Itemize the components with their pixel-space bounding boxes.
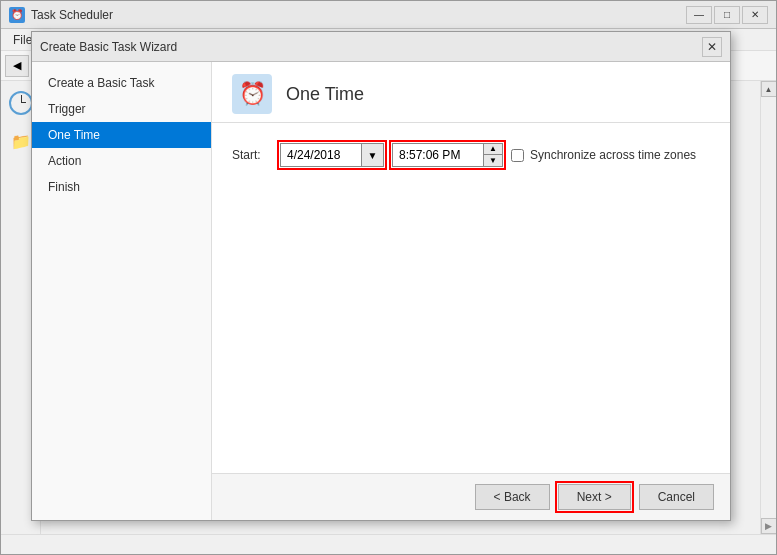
nav-item-finish[interactable]: Finish	[32, 174, 211, 200]
create-task-dialog: Create Basic Task Wizard ✕ Create a Basi…	[31, 31, 731, 521]
dialog-main: ⏰ One Time Start: ▼	[212, 62, 730, 520]
start-form-row: Start: ▼ ▲ ▼	[232, 143, 710, 167]
minimize-button[interactable]: —	[686, 6, 712, 24]
sync-label-text: Synchronize across time zones	[530, 148, 696, 162]
nav-item-action[interactable]: Action	[32, 148, 211, 174]
dialog-footer: < Back Next > Cancel	[212, 473, 730, 520]
outer-window-title: Task Scheduler	[31, 8, 686, 22]
app-icon: ⏰	[9, 7, 25, 23]
time-down-button[interactable]: ▼	[484, 155, 502, 166]
maximize-button[interactable]: □	[714, 6, 740, 24]
nav-item-one-time[interactable]: One Time	[32, 122, 211, 148]
sync-checkbox[interactable]	[511, 149, 524, 162]
time-up-button[interactable]: ▲	[484, 144, 502, 155]
date-picker-button[interactable]: ▼	[361, 144, 383, 166]
back-button[interactable]: < Back	[475, 484, 550, 510]
time-input[interactable]	[393, 146, 483, 164]
dialog-content: Start: ▼ ▲ ▼	[212, 123, 730, 473]
folder-icon: 📁	[11, 132, 31, 151]
dialog-header: ⏰ One Time	[212, 62, 730, 123]
dialog-header-title: One Time	[286, 84, 364, 105]
outer-title-bar: ⏰ Task Scheduler — □ ✕	[1, 1, 776, 29]
cancel-button[interactable]: Cancel	[639, 484, 714, 510]
date-input[interactable]	[281, 146, 361, 164]
outer-window: ⏰ Task Scheduler — □ ✕ File ◀ ▶ 📁 ▶	[0, 0, 777, 555]
bottom-bar	[1, 534, 776, 554]
sync-checkbox-label[interactable]: Synchronize across time zones	[511, 148, 696, 162]
time-spinner: ▲ ▼	[483, 144, 502, 166]
nav-item-trigger[interactable]: Trigger	[32, 96, 211, 122]
next-button[interactable]: Next >	[558, 484, 631, 510]
start-label: Start:	[232, 148, 272, 162]
scroll-down-arrow[interactable]: ▶	[761, 518, 777, 534]
dialog-nav: Create a Basic Task Trigger One Time Act…	[32, 62, 212, 520]
date-field-wrapper: ▼	[280, 143, 384, 167]
right-scrollbar: ▲ ▶	[760, 81, 776, 534]
back-toolbar-btn[interactable]: ◀	[5, 55, 29, 77]
dialog-title-bar: Create Basic Task Wizard ✕	[32, 32, 730, 62]
nav-item-create-basic-task[interactable]: Create a Basic Task	[32, 70, 211, 96]
dialog-body: Create a Basic Task Trigger One Time Act…	[32, 62, 730, 520]
dialog-header-icon: ⏰	[232, 74, 272, 114]
close-outer-button[interactable]: ✕	[742, 6, 768, 24]
dialog-close-button[interactable]: ✕	[702, 37, 722, 57]
scrollbar-track	[761, 97, 776, 518]
window-controls: — □ ✕	[686, 6, 768, 24]
clock-icon	[9, 91, 33, 115]
time-field-wrapper: ▲ ▼	[392, 143, 503, 167]
dialog-title: Create Basic Task Wizard	[40, 40, 702, 54]
scroll-up-arrow[interactable]: ▲	[761, 81, 777, 97]
